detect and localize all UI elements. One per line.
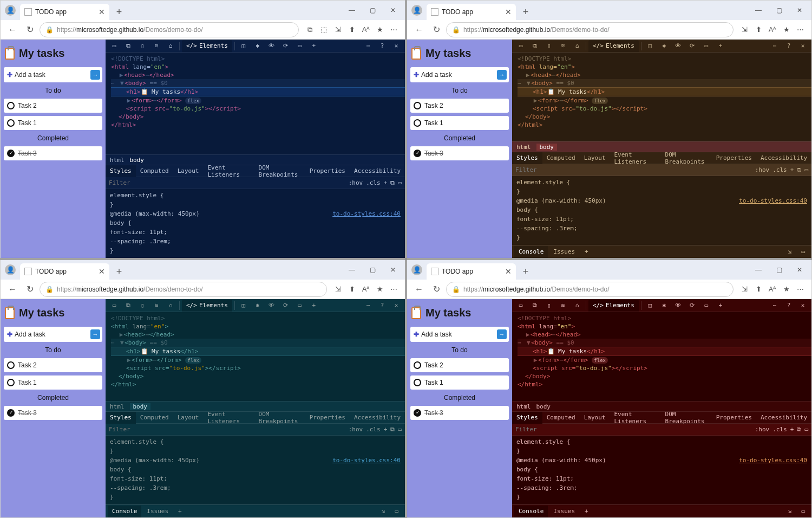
devtools-tool2-5[interactable]: + <box>307 40 320 52</box>
submit-task-button[interactable]: → <box>497 70 507 80</box>
styles-tab[interactable]: DOM Breakpoints <box>254 412 305 424</box>
new-tab-button[interactable]: + <box>112 264 127 279</box>
devtools-tool-4[interactable]: ⌂ <box>571 300 584 312</box>
devtools-tab-elements[interactable]: </> Elements <box>182 40 232 52</box>
task-checkbox-checked[interactable] <box>414 150 421 157</box>
devtools-topright-0[interactable]: ⋯ <box>362 40 375 52</box>
devtools-tool2-0[interactable]: ◫ <box>644 40 657 52</box>
addr-action-4[interactable]: Aᴬ <box>359 23 372 36</box>
devtools-tool2-4[interactable]: ▭ <box>700 300 713 312</box>
devtools-tool2-1[interactable]: ✱ <box>658 40 671 52</box>
drawer-tab[interactable]: Issues <box>549 506 579 517</box>
filter-btn-2[interactable]: + <box>384 426 388 433</box>
drawer-action-0[interactable]: ⇲ <box>784 506 796 517</box>
devtools-topright-1[interactable]: ? <box>376 40 389 52</box>
window-close[interactable]: ✕ <box>790 3 809 18</box>
task-row-open[interactable]: Task 1 <box>4 375 102 390</box>
close-tab-icon[interactable]: ✕ <box>99 8 105 16</box>
breadcrumb-item[interactable]: html <box>516 144 531 151</box>
styles-tab[interactable]: Event Listeners <box>203 412 254 424</box>
filter-btn-1[interactable]: .cls <box>772 166 787 173</box>
addr-action-6[interactable]: ⋯ <box>388 23 401 36</box>
devtools-tool-1[interactable]: ⧉ <box>122 300 135 312</box>
styles-tab[interactable]: Computed <box>542 152 580 164</box>
task-checkbox[interactable] <box>7 379 15 386</box>
task-checkbox-checked[interactable] <box>7 150 15 157</box>
drawer-action-0[interactable]: ⇲ <box>784 246 796 258</box>
devtools-tool-3[interactable]: ≋ <box>150 300 163 312</box>
addr-action-5[interactable]: ★ <box>374 23 387 36</box>
styles-tab[interactable]: Properties <box>305 165 350 177</box>
styles-tab[interactable]: Properties <box>712 412 756 424</box>
addr-action-0[interactable]: ⇲ <box>738 283 751 296</box>
drawer-tab[interactable]: Issues <box>549 246 579 258</box>
styles-tab[interactable]: Layout <box>173 165 204 177</box>
filter-btn-2[interactable]: + <box>790 166 794 173</box>
task-row-open[interactable]: Task 2 <box>4 358 102 372</box>
browser-tab[interactable]: TODO app✕ <box>20 4 109 20</box>
task-checkbox[interactable] <box>414 379 421 386</box>
refresh-button[interactable]: ↻ <box>22 282 37 297</box>
task-checkbox[interactable] <box>414 361 421 369</box>
browser-tab[interactable]: TODO app✕ <box>427 4 516 20</box>
styles-tab[interactable]: Computed <box>542 412 580 424</box>
styles-tab[interactable]: Accessibility <box>756 152 811 164</box>
breadcrumb-item[interactable]: html <box>516 403 531 410</box>
devtools-tool2-3[interactable]: ⟳ <box>279 300 292 312</box>
styles-tab[interactable]: Layout <box>173 412 204 424</box>
drawer-tab[interactable]: + <box>580 506 593 517</box>
addr-action-1[interactable]: ⬚ <box>317 23 330 36</box>
devtools-tool2-2[interactable]: 👁 <box>672 40 685 52</box>
devtools-tool2-0[interactable]: ◫ <box>237 40 250 52</box>
add-task-input[interactable]: ✚Add a task→ <box>410 327 509 342</box>
devtools-tool2-2[interactable]: 👁 <box>265 40 278 52</box>
task-row-done[interactable]: Task 3 <box>4 146 102 160</box>
drawer-action-1[interactable]: ▭ <box>390 506 403 517</box>
devtools-tool-2[interactable]: ▯ <box>136 40 149 52</box>
devtools-topright-1[interactable]: ? <box>782 300 795 312</box>
task-checkbox[interactable] <box>414 102 421 109</box>
devtools-tool2-5[interactable]: + <box>714 300 727 312</box>
window-max[interactable]: ▢ <box>769 3 789 18</box>
devtools-tool2-2[interactable]: 👁 <box>672 300 685 312</box>
new-tab-button[interactable]: + <box>518 264 533 279</box>
back-button[interactable]: ← <box>5 282 20 297</box>
devtools-tool2-0[interactable]: ◫ <box>237 300 250 312</box>
task-row-open[interactable]: Task 1 <box>4 116 102 130</box>
addr-action-2[interactable]: Aᴬ <box>766 23 779 36</box>
filter-input[interactable] <box>109 426 349 433</box>
addr-action-1[interactable]: ⬆ <box>752 23 765 36</box>
drawer-action-1[interactable]: ▭ <box>797 246 809 258</box>
filter-btn-0[interactable]: :hov <box>755 426 770 433</box>
task-row-done[interactable]: Task 3 <box>4 406 102 420</box>
devtools-topright-0[interactable]: ⋯ <box>768 40 781 52</box>
devtools-tool-2[interactable]: ▯ <box>136 300 149 312</box>
styles-tab[interactable]: Styles <box>512 412 542 424</box>
filter-btn-4[interactable]: ▭ <box>804 166 808 173</box>
devtools-topright-2[interactable]: ✕ <box>796 300 809 312</box>
filter-btn-3[interactable]: ⧉ <box>797 166 801 173</box>
filter-btn-3[interactable]: ⧉ <box>390 179 395 186</box>
devtools-tool-1[interactable]: ⧉ <box>528 40 541 52</box>
filter-btn-3[interactable]: ⧉ <box>797 426 801 433</box>
window-min[interactable]: — <box>342 3 362 18</box>
drawer-tab[interactable]: Issues <box>142 506 173 517</box>
addr-action-1[interactable]: ⬆ <box>752 283 765 296</box>
url-box[interactable]: 🔒https://microsoftedge.github.io/Demos/d… <box>446 22 734 37</box>
filter-btn-1[interactable]: .cls <box>772 426 787 433</box>
task-checkbox[interactable] <box>7 361 15 369</box>
breadcrumb-item[interactable]: body <box>130 157 145 164</box>
filter-btn-1[interactable]: .cls <box>366 426 381 433</box>
devtools-tool-2[interactable]: ▯ <box>542 40 555 52</box>
profile-icon[interactable]: 👤 <box>5 264 16 275</box>
devtools-tool2-1[interactable]: ✱ <box>658 300 671 312</box>
css-source-link[interactable]: to-do-styles.css:40 <box>332 210 401 218</box>
devtools-tool2-3[interactable]: ⟳ <box>686 40 699 52</box>
devtools-topright-0[interactable]: ⋯ <box>362 300 375 312</box>
drawer-tab[interactable]: Console <box>514 506 548 517</box>
browser-tab[interactable]: TODO app✕ <box>427 263 516 280</box>
devtools-tool-0[interactable]: ▭ <box>108 40 121 52</box>
css-source-link[interactable]: to-do-styles.css:40 <box>332 456 401 464</box>
devtools-tool-3[interactable]: ≋ <box>150 40 163 52</box>
refresh-button[interactable]: ↻ <box>429 22 444 37</box>
